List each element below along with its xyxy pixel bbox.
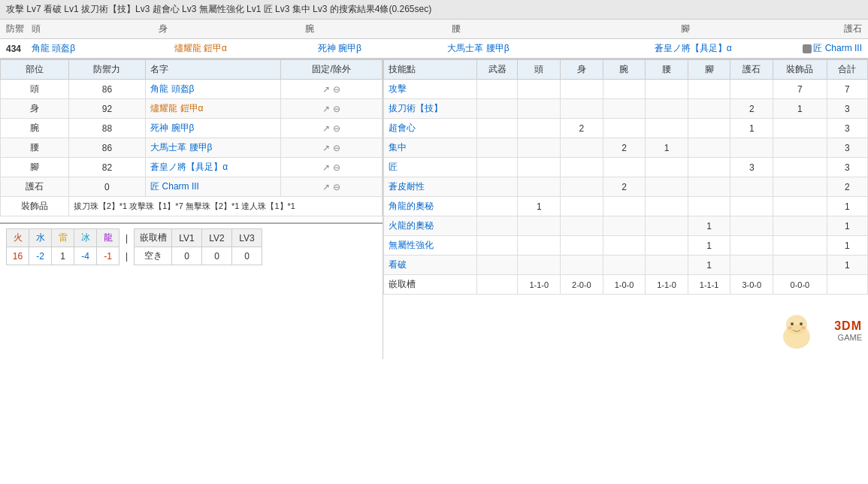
skill-weapon-attack — [477, 80, 518, 99]
skill-head-draw — [518, 99, 561, 119]
name-leg[interactable]: 蒼皇ノ將【具足】α — [146, 158, 281, 177]
decoration-row: 裝飾品 拔刀珠【2】*1 攻擊珠【1】*7 無擊珠【2】*1 達人珠【1】*1 — [1, 197, 383, 216]
skill-arm-noelement — [603, 236, 646, 256]
skill-row-rat: 火龍的奧秘 1 1 — [384, 216, 868, 236]
div-val: | — [119, 247, 135, 265]
name-charm[interactable]: 匠 Charm III — [146, 177, 281, 197]
skill-arm-draw — [603, 99, 646, 119]
skill-total-crit: 3 — [827, 119, 867, 138]
title-bar: 攻擊 Lv7 看破 Lv1 拔刀術【技】Lv3 超會心 Lv3 無屬性強化 Lv… — [0, 0, 868, 20]
water-header: 水 — [29, 229, 52, 247]
waist-label: 腰 — [343, 23, 570, 35]
logo-block: 3DM GAME — [834, 319, 862, 342]
skill-waist-noelement — [646, 236, 688, 256]
fire-header: 火 — [7, 229, 29, 247]
skill-name-crit: 超會心 — [384, 119, 477, 138]
mascot-image — [774, 308, 819, 353]
skill-waist-hide — [646, 177, 688, 197]
skill-leg-noelement: 1 — [688, 236, 730, 256]
mascot-area: 3DM GAME — [383, 302, 868, 359]
name-waist[interactable]: 大馬士革 腰甲β — [146, 138, 281, 158]
skill-charm-rat — [730, 216, 773, 236]
skill-body-noelement — [561, 236, 603, 256]
skill-charm-handicraft: 3 — [730, 158, 773, 177]
table-row: 護石 0 匠 Charm III ↗ ⊖ — [1, 177, 383, 197]
skill-arm-crit — [603, 119, 646, 138]
skill-body-focus — [561, 138, 603, 158]
table-row: 身 92 燼耀龍 鎧甲α ↗ ⊖ — [1, 99, 383, 119]
skill-weapon-rat — [477, 216, 518, 236]
left-panel: 部位 防禦力 名字 固定/除外 頭 86 角龍 頭盔β ↗ ⊖ 身 92 燼耀龍… — [0, 59, 383, 359]
skill-charm-draw: 2 — [730, 99, 773, 119]
name-head[interactable]: 角龍 頭盔β — [146, 80, 281, 99]
skill-head-ank: 1 — [518, 197, 561, 216]
thunder-val: 1 — [52, 247, 74, 265]
skill-name-handicraft: 匠 — [384, 158, 477, 177]
leg-value: 蒼皇ノ將【具足】α — [587, 42, 799, 55]
element-values-row: 16 -2 1 -4 -1 | 空き 0 0 0 — [7, 247, 262, 265]
skill-body-pierce — [561, 256, 603, 275]
ice-header: 冰 — [74, 229, 97, 247]
mascot-svg — [774, 308, 819, 353]
skill-row-draw: 拔刀術【技】 2 1 3 — [384, 99, 868, 119]
skill-total-hide: 2 — [827, 177, 867, 197]
dragon-header: 龍 — [97, 229, 119, 247]
skill-charm-crit: 1 — [730, 119, 773, 138]
head-value: 角龍 頭盔β — [32, 42, 92, 55]
skill-arm-attack — [603, 80, 646, 99]
name-arm[interactable]: 死神 腕甲β — [146, 119, 281, 138]
skill-charm-noelement — [730, 236, 773, 256]
skill-total-attack: 7 — [827, 80, 867, 99]
skill-leg-attack — [688, 80, 730, 99]
svg-point-3 — [800, 322, 803, 325]
equipment-data: 434 角龍 頭盔β 燼耀龍 鎧甲α 死神 腕甲β 大馬士革 腰甲β 蒼皇ノ將【… — [0, 39, 868, 59]
arm-value: 死神 腕甲β — [310, 42, 370, 55]
skill-row-handicraft: 匠 3 3 — [384, 158, 868, 177]
table-row: 腳 82 蒼皇ノ將【具足】α ↗ ⊖ — [1, 158, 383, 177]
skill-waist-handicraft — [646, 158, 688, 177]
skill-deco-draw: 1 — [773, 99, 827, 119]
skill-total-noelement: 1 — [827, 236, 867, 256]
name-body[interactable]: 燼耀龍 鎧甲α — [146, 99, 281, 119]
ice-val: -4 — [74, 247, 97, 265]
skill-weapon-draw — [477, 99, 518, 119]
skill-deco-ank — [773, 197, 827, 216]
skill-col-weapon: 武器 — [477, 60, 518, 80]
skill-head-crit — [518, 119, 561, 138]
bottom-section: 火 水 雷 冰 龍 | 嵌取槽 LV1 LV2 LV3 16 — [0, 222, 383, 270]
skill-total-handicraft: 3 — [827, 158, 867, 177]
skill-name-pierce: 看破 — [384, 256, 477, 275]
skill-head-focus — [518, 138, 561, 158]
skill-name-ank: 角龍的奧秘 — [384, 197, 477, 216]
slot-charm: 護石 — [1, 177, 69, 197]
defense-waist: 86 — [68, 138, 146, 158]
skill-row-crit: 超會心 2 1 3 — [384, 119, 868, 138]
skill-leg-crit — [688, 119, 730, 138]
dragon-val: -1 — [97, 247, 119, 265]
skill-body-ank — [561, 197, 603, 216]
lv3-header: LV3 — [232, 229, 262, 247]
gem-header: 嵌取槽 — [135, 229, 172, 247]
detail-table: 部位 防禦力 名字 固定/除外 頭 86 角龍 頭盔β ↗ ⊖ 身 92 燼耀龍… — [0, 59, 383, 216]
defense-value: 434 — [6, 44, 29, 54]
skill-head-slots: 1-1-0 — [518, 275, 561, 295]
svg-point-4 — [788, 326, 792, 329]
water-val: -2 — [29, 247, 52, 265]
fixed-arm: ↗ ⊖ — [281, 119, 383, 138]
skill-name-draw: 拔刀術【技】 — [384, 99, 477, 119]
charm-icon — [803, 44, 812, 53]
skill-waist-draw — [646, 99, 688, 119]
skill-body-slots: 2-0-0 — [561, 275, 603, 295]
charm-value: 匠 Charm III — [802, 42, 862, 55]
defense-body: 92 — [68, 99, 146, 119]
skill-leg-ank — [688, 197, 730, 216]
fixed-leg: ↗ ⊖ — [281, 158, 383, 177]
skill-row-noelement: 無屬性強化 1 1 — [384, 236, 868, 256]
skill-body-handicraft — [561, 158, 603, 177]
defense-label: 防禦 — [6, 23, 29, 35]
divider: | — [119, 229, 135, 247]
skill-weapon-crit — [477, 119, 518, 138]
skill-col-charm: 護石 — [730, 60, 773, 80]
skill-name-noelement: 無屬性強化 — [384, 236, 477, 256]
skill-waist-focus: 1 — [646, 138, 688, 158]
